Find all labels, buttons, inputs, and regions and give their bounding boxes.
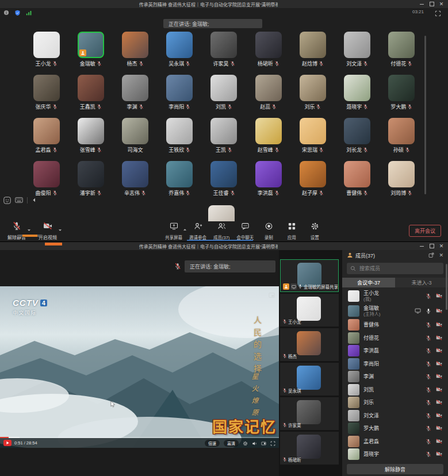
theater-mode-icon[interactable] bbox=[261, 438, 266, 448]
camera-off-icon[interactable] bbox=[436, 385, 442, 395]
play-button[interactable] bbox=[3, 438, 12, 448]
camera-off-icon[interactable] bbox=[436, 306, 442, 316]
participant-tile[interactable]: 辛志伟 bbox=[113, 161, 157, 197]
camera-off-icon[interactable] bbox=[436, 449, 442, 459]
grid-scrollbar[interactable] bbox=[424, 36, 426, 194]
member-row[interactable]: 李尚阳 bbox=[342, 358, 448, 371]
participant-tile[interactable]: 刘乐 bbox=[290, 75, 335, 111]
close-icon[interactable]: ✕ bbox=[439, 252, 443, 258]
toolbar-item-members[interactable]: 成员(37) bbox=[213, 222, 229, 240]
participant-tile-partial[interactable] bbox=[208, 205, 235, 221]
mic-muted-icon[interactable] bbox=[426, 385, 431, 395]
chevron-up-icon[interactable] bbox=[183, 224, 187, 234]
minimize-button[interactable] bbox=[417, 1, 427, 7]
member-row[interactable]: 金瑞敏 (主持人) bbox=[342, 304, 448, 318]
mic-muted-icon[interactable] bbox=[426, 371, 431, 382]
pip-icon[interactable] bbox=[269, 290, 275, 301]
participant-tile[interactable]: 赵子厚 bbox=[290, 161, 335, 197]
member-row[interactable]: 孟君淼 bbox=[342, 435, 448, 448]
participant-tile[interactable]: 许家昊 bbox=[202, 32, 246, 68]
participant-tile[interactable]: 赵雪峰 bbox=[246, 118, 290, 154]
participant-tile[interactable]: 司海文 bbox=[113, 118, 157, 154]
mic-muted-icon[interactable] bbox=[426, 436, 431, 447]
participant-tile[interactable]: 王凯 bbox=[202, 118, 246, 154]
camera-off-icon[interactable] bbox=[436, 371, 442, 382]
chevron-down-icon[interactable] bbox=[58, 224, 62, 235]
video-thumbnail[interactable]: 杨珺昕 bbox=[280, 432, 339, 465]
toolbar-item-invite[interactable]: 邀请参会 bbox=[189, 222, 206, 240]
fullscreen-icon[interactable] bbox=[270, 438, 275, 448]
toolbar-item-chat[interactable]: 会中聊天 bbox=[236, 222, 254, 240]
participant-tile[interactable]: 李尚阳 bbox=[158, 75, 202, 111]
participant-tile[interactable]: 李洪磊 bbox=[246, 161, 290, 197]
member-row[interactable]: 罗大鹏 bbox=[342, 422, 448, 435]
toolbar-item-record[interactable]: 录制 bbox=[261, 222, 277, 240]
collapse-arrow-icon[interactable] bbox=[32, 198, 36, 202]
mic-muted-icon[interactable] bbox=[426, 346, 431, 356]
close-button[interactable]: ✕ bbox=[436, 1, 446, 7]
participant-tile[interactable]: 刘筠博 bbox=[380, 161, 424, 197]
shared-video[interactable]: CCTV 4 中文国际 人民的选择 星火燎原 国家记忆 0:51 / 28:54… bbox=[0, 286, 279, 448]
info-icon[interactable] bbox=[3, 10, 9, 16]
unmute-button[interactable]: 解除静音 bbox=[347, 464, 443, 474]
speed-pill[interactable]: 倍速 bbox=[205, 440, 220, 447]
member-row[interactable]: 刘文泽 bbox=[342, 409, 448, 423]
panel-scrollbar[interactable] bbox=[446, 264, 447, 310]
start-video-button[interactable]: 开启视频 bbox=[35, 221, 61, 240]
mic-muted-icon[interactable] bbox=[426, 333, 431, 343]
participant-tile[interactable]: 张庆华 bbox=[24, 75, 68, 111]
camera-off-icon[interactable] bbox=[436, 320, 442, 330]
caption-icon[interactable] bbox=[15, 196, 23, 204]
member-row[interactable]: 王小龙 (我) bbox=[342, 289, 448, 304]
member-row[interactable]: 李渊 bbox=[342, 370, 448, 383]
participant-tile[interactable]: 吴永琪 bbox=[158, 32, 202, 68]
participant-tile[interactable]: 聂晓宇 bbox=[335, 75, 380, 111]
participant-tile[interactable]: 张雪峰 bbox=[68, 118, 113, 154]
quality-pill[interactable]: 高清 bbox=[224, 440, 239, 447]
popout-icon[interactable] bbox=[428, 250, 434, 260]
emoji-icon[interactable] bbox=[3, 197, 11, 204]
fullscreen-icon[interactable] bbox=[435, 9, 441, 19]
member-row[interactable]: 潘宇新 bbox=[342, 461, 448, 462]
mic-on-icon[interactable] bbox=[426, 306, 431, 316]
member-tab-0[interactable]: 会议中-37 bbox=[342, 278, 395, 287]
participant-tile[interactable]: 赵焓博 bbox=[290, 32, 335, 68]
participant-tile[interactable]: 杨杰 bbox=[113, 32, 157, 68]
participant-tile[interactable]: 赵蕊 bbox=[246, 75, 290, 111]
video-thumbnail[interactable]: 杨杰 bbox=[280, 328, 339, 361]
participant-tile[interactable]: 王小龙 bbox=[24, 32, 68, 68]
mic-muted-icon[interactable] bbox=[426, 449, 431, 459]
camera-off-icon[interactable] bbox=[436, 333, 442, 343]
player-settings-icon[interactable] bbox=[243, 438, 248, 448]
minimize-button[interactable] bbox=[417, 243, 427, 249]
participant-tile[interactable]: 曲俊阳 bbox=[24, 161, 68, 197]
camera-off-icon[interactable] bbox=[436, 410, 442, 421]
camera-off-icon[interactable] bbox=[436, 436, 442, 447]
mic-muted-icon[interactable] bbox=[426, 397, 431, 408]
toolbar-item-apps[interactable]: 应用 bbox=[284, 222, 300, 240]
video-thumbnail[interactable]: 金瑞敏的屏幕共享 bbox=[280, 259, 339, 292]
member-row[interactable]: 刘乐 bbox=[342, 396, 448, 409]
participant-tile[interactable]: 罗大鹏 bbox=[380, 75, 424, 111]
mic-muted-icon[interactable] bbox=[426, 320, 431, 330]
participant-tile[interactable]: 刘凯 bbox=[202, 75, 246, 111]
mic-muted-icon[interactable] bbox=[426, 359, 431, 369]
member-tab-1[interactable]: 未进入-3 bbox=[395, 278, 448, 287]
close-button[interactable]: ✕ bbox=[436, 243, 446, 249]
video-thumbnail[interactable]: 许家昊 bbox=[280, 397, 339, 430]
unmute-button[interactable]: 解除静音 bbox=[3, 221, 30, 240]
member-row[interactable]: 刘凯 bbox=[342, 383, 448, 397]
mic-muted-icon[interactable] bbox=[426, 423, 431, 433]
participant-tile[interactable]: 孟君淼 bbox=[24, 118, 68, 154]
participant-tile[interactable]: 李渊 bbox=[113, 75, 157, 111]
participant-tile[interactable]: 乔嘉伟 bbox=[158, 161, 202, 197]
camera-off-icon[interactable] bbox=[436, 359, 442, 369]
shield-icon[interactable] bbox=[14, 10, 21, 16]
leave-meeting-button[interactable]: 离开会议 bbox=[409, 225, 441, 237]
member-row[interactable]: 付德花 bbox=[342, 332, 448, 345]
video-thumbnail[interactable]: 王小龙 bbox=[280, 294, 339, 327]
maximize-button[interactable] bbox=[427, 1, 436, 7]
toolbar-item-share-screen[interactable]: 共享屏幕 bbox=[165, 222, 182, 240]
participant-tile[interactable]: 王佳睿 bbox=[202, 161, 246, 197]
progress-bar[interactable] bbox=[0, 437, 279, 438]
